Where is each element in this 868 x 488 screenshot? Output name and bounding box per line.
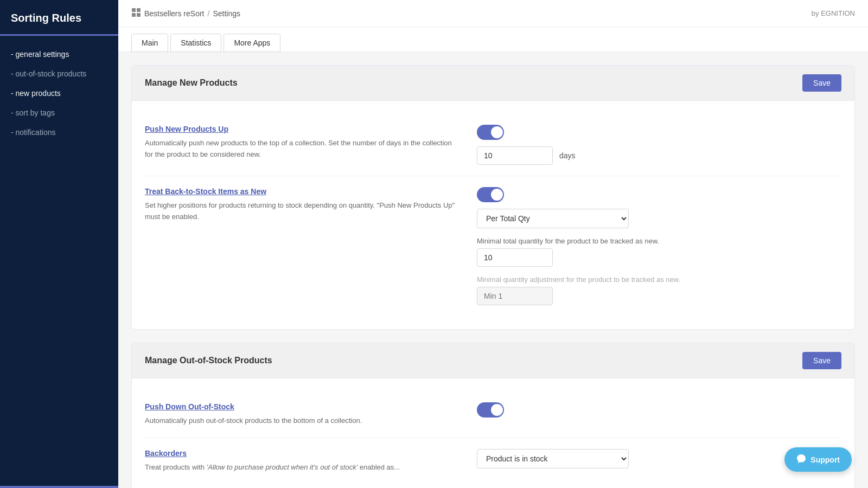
back-to-stock-min-qty-input[interactable]	[477, 248, 553, 267]
push-new-up-input-row: days	[477, 146, 841, 165]
push-down-oos-row: Push Down Out-of-Stock Automatically pus…	[145, 391, 841, 438]
push-new-up-days-input[interactable]	[477, 146, 553, 165]
push-new-up-toggle[interactable]	[477, 125, 504, 140]
push-down-oos-right	[477, 402, 841, 427]
back-to-stock-extra2-group: Minimal quantity adjustment for the prod…	[477, 275, 841, 305]
sidebar-item-new-products[interactable]: - new products	[0, 84, 118, 103]
svg-rect-1	[137, 8, 141, 12]
content-area: Manage New Products Save Push New Produc…	[118, 52, 868, 488]
push-down-oos-desc: Automatically push out-of-stock products…	[145, 415, 459, 427]
manage-new-products-save-button[interactable]: Save	[802, 74, 841, 92]
manage-new-products-body: Push New Products Up Automatically push …	[132, 101, 854, 329]
back-to-stock-select-row: Per Total Qty Per Available Qty Disabled	[477, 209, 841, 228]
push-down-oos-left: Push Down Out-of-Stock Automatically pus…	[145, 402, 459, 427]
push-new-up-days-label: days	[559, 151, 576, 160]
tab-more-apps[interactable]: More Apps	[224, 34, 280, 52]
push-down-oos-toggle-row	[477, 402, 841, 418]
back-to-stock-right: Per Total Qty Per Available Qty Disabled…	[477, 187, 841, 305]
back-to-stock-toggle-row	[477, 187, 841, 202]
manage-oos-card: Manage Out-of-Stock Products Save Push D…	[131, 343, 855, 488]
by-egnition-label: by EGNITION	[812, 9, 855, 17]
push-new-up-toggle-row	[477, 125, 841, 140]
back-to-stock-extra1-group: Minimal total quantity for the product t…	[477, 237, 841, 267]
push-new-up-left: Push New Products Up Automatically push …	[145, 125, 459, 165]
sidebar-item-notifications[interactable]: - notifications	[0, 123, 118, 142]
support-label: Support	[810, 455, 840, 464]
breadcrumb-app-link[interactable]: Bestsellers reSort	[144, 9, 204, 18]
breadcrumb: Bestsellers reSort / Settings	[131, 8, 240, 19]
backorders-left: Backorders Treat products with 'Allow to…	[145, 449, 459, 473]
backorders-row: Backorders Treat products with 'Allow to…	[145, 438, 841, 484]
back-to-stock-left: Treat Back-to-Stock Items as New Set hig…	[145, 187, 459, 305]
support-button[interactable]: Support	[784, 447, 852, 472]
manage-oos-save-button[interactable]: Save	[802, 352, 841, 369]
grid-icon	[131, 8, 141, 19]
main-content: Bestsellers reSort / Settings by EGNITIO…	[118, 0, 868, 488]
back-to-stock-row: Treat Back-to-Stock Items as New Set hig…	[145, 176, 841, 316]
tabs-bar: Main Statistics More Apps	[118, 27, 868, 52]
manage-oos-title: Manage Out-of-Stock Products	[145, 356, 272, 365]
back-to-stock-extra2-label: Minimal quantity adjustment for the prod…	[477, 275, 841, 284]
back-to-stock-title[interactable]: Treat Back-to-Stock Items as New	[145, 187, 459, 196]
tab-statistics[interactable]: Statistics	[170, 34, 221, 52]
sidebar-item-sort-by-tags[interactable]: - sort by tags	[0, 103, 118, 123]
backorders-select[interactable]: Product is in stock Out of stock product	[477, 449, 629, 468]
manage-oos-body: Push Down Out-of-Stock Automatically pus…	[132, 378, 854, 488]
sidebar: Sorting Rules - general settings - out-o…	[0, 0, 118, 488]
tab-main[interactable]: Main	[131, 34, 168, 52]
chat-icon	[796, 454, 806, 465]
manage-oos-header: Manage Out-of-Stock Products Save	[132, 343, 854, 378]
sidebar-nav: - general settings - out-of-stock produc…	[0, 36, 118, 151]
sidebar-bottom-bar	[0, 486, 118, 488]
push-down-oos-toggle[interactable]	[477, 402, 504, 418]
svg-rect-2	[132, 13, 136, 17]
manage-new-products-header: Manage New Products Save	[132, 66, 854, 101]
manage-new-products-card: Manage New Products Save Push New Produc…	[131, 65, 855, 330]
breadcrumb-current-page: Settings	[213, 9, 240, 18]
back-to-stock-select[interactable]: Per Total Qty Per Available Qty Disabled	[477, 209, 629, 228]
push-new-up-title[interactable]: Push New Products Up	[145, 125, 459, 133]
sidebar-item-general-settings[interactable]: - general settings	[0, 44, 118, 64]
manage-new-products-title: Manage New Products	[145, 78, 238, 88]
back-to-stock-toggle[interactable]	[477, 187, 504, 202]
sidebar-item-out-of-stock[interactable]: - out-of-stock products	[0, 64, 118, 84]
push-new-up-right: days	[477, 125, 841, 165]
backorders-desc: Treat products with 'Allow to purchase p…	[145, 462, 459, 473]
push-new-up-row: Push New Products Up Automatically push …	[145, 114, 841, 176]
svg-rect-0	[132, 8, 136, 12]
topbar: Bestsellers reSort / Settings by EGNITIO…	[118, 0, 868, 27]
backorders-title[interactable]: Backorders	[145, 449, 459, 458]
sidebar-title: Sorting Rules	[0, 0, 118, 36]
breadcrumb-separator: /	[207, 9, 209, 18]
push-new-up-desc: Automatically push new products to the t…	[145, 138, 459, 160]
back-to-stock-desc: Set higher positions for products return…	[145, 200, 459, 223]
svg-rect-3	[137, 13, 141, 17]
back-to-stock-min-adj-input	[477, 287, 553, 305]
push-down-oos-title[interactable]: Push Down Out-of-Stock	[145, 402, 459, 411]
back-to-stock-extra1-label: Minimal total quantity for the product t…	[477, 237, 841, 245]
